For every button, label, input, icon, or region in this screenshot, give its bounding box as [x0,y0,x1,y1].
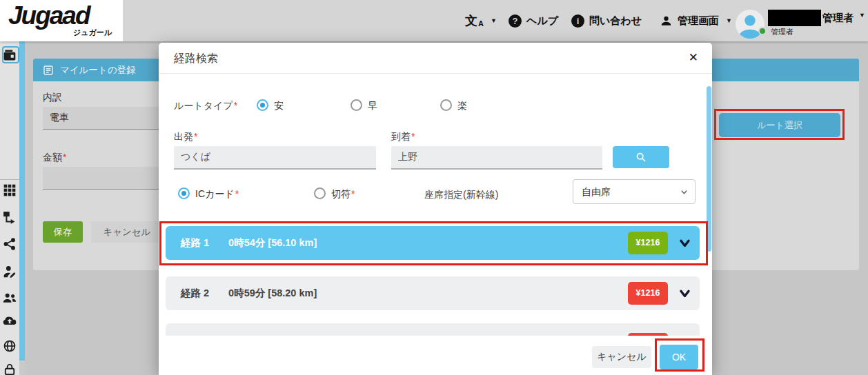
form-list-icon [43,65,54,76]
user-status-label: 管理者 [771,27,793,37]
people-icon[interactable] [3,291,17,305]
route-detail: 0時59分 [58.20 km] [228,287,317,300]
chevron-down-icon: ▼ [726,17,732,24]
inquiry-label: 問い合わせ [589,14,642,28]
user-menu[interactable]: 管理者 ▼ [822,12,865,25]
logo[interactable]: Jugaad ジュガール [0,0,123,41]
save-button[interactable]: 保存 [43,221,83,243]
radio-route-easy-label[interactable]: 楽 [457,100,467,112]
info-icon: i [571,14,584,28]
radio-ic-card-label[interactable]: ICカード* [195,188,239,201]
card-title: マイルートの登録 [60,64,136,77]
language-icon: 文 [465,12,477,29]
required-mark: * [235,188,239,199]
help-label: ヘルプ [526,14,558,28]
cancel-button[interactable]: キャンセル [91,221,163,243]
radio-route-fast-label[interactable]: 早 [368,100,377,112]
route-name: 経路 1 [181,236,209,250]
top-header: Jugaad ジュガール 文A ▼ ? ヘルプ i 問い合わせ 管理画面 ▼ 管… [0,0,868,41]
help-icon: ? [509,14,522,28]
apps-grid-icon[interactable] [3,183,17,197]
language-menu[interactable]: 文A ▼ [465,0,497,41]
required-mark: * [63,152,66,163]
arrival-input[interactable] [391,146,602,170]
seat-label: 座席指定(新幹線) [424,189,498,201]
required-mark: * [411,131,415,142]
dialog-ok-button[interactable]: OK [660,345,698,369]
admin-screen-menu[interactable]: 管理画面 ▼ [660,0,732,41]
cloud-upload-icon[interactable] [3,314,17,328]
left-sidebar [0,41,19,375]
chevron-down-icon [680,188,688,196]
required-mark: * [351,188,355,199]
radio-route-cheap[interactable] [257,99,268,111]
sidebar-accent-strip [19,41,25,361]
departure-label: 出発* [174,131,197,143]
seat-select[interactable]: 自由席 [573,179,696,204]
route-select-button[interactable]: ルート選択 [719,113,840,137]
close-icon[interactable]: ✕ [689,50,698,65]
globe-icon[interactable] [3,339,17,353]
dialog-header: 経路検索 ✕ [159,43,712,74]
person-edit-icon[interactable] [3,265,17,278]
route-type-label: ルートタイプ* [174,100,237,112]
seat-selected-value: 自由席 [582,180,611,203]
price-badge: ¥1216 [628,282,668,305]
help-menu[interactable]: ? ヘルプ [509,0,558,41]
redacted-username [768,10,821,26]
inquiry-menu[interactable]: i 問い合わせ [571,0,642,41]
required-mark: * [234,100,237,111]
route-search-dialog: 経路検索 ✕ ルートタイプ* 安 早 楽 出発* 到着* ICカード* 切符* … [159,43,712,375]
radio-ic-card[interactable] [178,188,190,199]
route-option-1[interactable]: 経路 1 0時54分 [56.10 km] ¥1216 [166,226,700,260]
lock-icon[interactable] [3,363,17,375]
radio-route-fast[interactable] [351,99,362,111]
chevron-down-icon[interactable] [678,287,691,300]
radio-ticket[interactable] [314,188,326,199]
chevron-down-icon: ▼ [491,17,497,24]
required-mark: * [194,131,197,142]
dialog-cancel-button[interactable]: キャンセル [592,346,651,368]
chevron-down-icon[interactable] [678,236,691,250]
person-icon [660,14,673,28]
online-status-dot [758,27,767,35]
user-role-label: 管理者 [822,12,854,25]
share-icon[interactable] [3,237,17,251]
search-icon [635,152,647,163]
arrival-label: 到着* [391,131,415,143]
dialog-footer: キャンセル OK [159,336,712,375]
search-button[interactable] [613,146,669,168]
breakdown-label: 内訳 [43,92,62,104]
dialog-title: 経路検索 [174,43,218,74]
logo-text: Jugaad [8,1,90,30]
route-option-2[interactable]: 経路 2 0時59分 [58.20 km] ¥1216 [166,276,700,310]
radio-ticket-label[interactable]: 切符* [331,188,355,201]
chevron-down-icon: ▼ [859,12,865,25]
wallet-icon[interactable] [3,48,17,62]
logo-subtext: ジュガール [73,28,112,38]
price-badge: ¥1216 [628,232,668,254]
modal-scrollbar[interactable] [707,86,711,252]
amount-label: 金額* [43,152,66,164]
departure-input[interactable] [174,146,376,170]
admin-label: 管理画面 [678,14,719,28]
radio-route-cheap-label[interactable]: 安 [274,100,284,112]
workflow-icon[interactable] [3,211,17,225]
sidebar-divider [0,179,19,180]
route-name: 経路 2 [181,287,209,300]
route-detail: 0時54分 [56.10 km] [228,236,317,250]
radio-route-easy[interactable] [440,99,452,111]
